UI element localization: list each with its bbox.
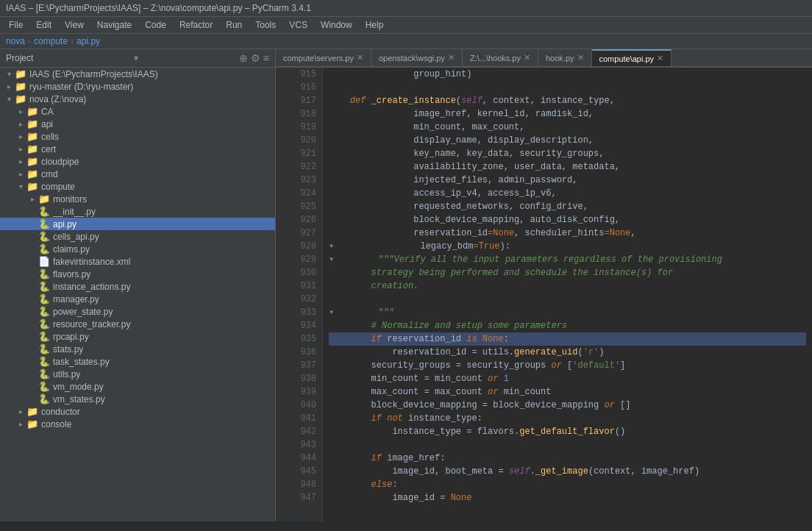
- arrow-conductor: ▸: [15, 407, 26, 416]
- sidebar-icons: ⊕ ⚙ ≡: [239, 52, 269, 64]
- tree-label-flavors: flavors.py: [53, 269, 90, 279]
- tree-item-stats[interactable]: ▸ 🐍 stats.py: [0, 343, 275, 355]
- tree-item-fakevirt[interactable]: ▸ 📄 fakevirtinstance.xml: [0, 255, 275, 268]
- gutter-area: [276, 68, 289, 521]
- tree-item-init[interactable]: ▸ 🐍 __init__.py: [0, 205, 275, 218]
- file-icon-vm-states: 🐍: [38, 393, 50, 405]
- tree-item-console[interactable]: ▸ 📁 console: [0, 418, 275, 430]
- tree-item-vm-states[interactable]: ▸ 🐍 vm_states.py: [0, 393, 275, 405]
- menu-code[interactable]: Code: [139, 18, 172, 32]
- tree-label-init: __init__.py: [53, 207, 96, 217]
- tree-item-power-state[interactable]: ▸ 🐍 power_state.py: [0, 305, 275, 318]
- tab-servers[interactable]: compute\servers.py ✕: [276, 49, 371, 66]
- menu-tools[interactable]: Tools: [249, 18, 282, 32]
- tab-hook-close[interactable]: ✕: [577, 53, 584, 63]
- menu-window[interactable]: Window: [315, 18, 358, 32]
- tree-label-resource-tracker: resource_tracker.py: [53, 319, 130, 329]
- menu-help[interactable]: Help: [360, 18, 390, 32]
- tree-item-utils[interactable]: ▸ 🐍 utils.py: [0, 368, 275, 380]
- tab-api[interactable]: compute\api.py ✕: [592, 49, 672, 66]
- file-icon-api-py: 🐍: [38, 218, 50, 229]
- breadcrumb-api[interactable]: api.py: [76, 36, 100, 46]
- tree-item-iaas[interactable]: ▾ 📁 IAAS (E:\PycharmProjects\IAAS): [0, 68, 275, 80]
- tree-item-resource-tracker[interactable]: ▸ 🐍 resource_tracker.py: [0, 318, 275, 330]
- tree-label-task-states: task_states.py: [53, 357, 110, 367]
- menu-refactor[interactable]: Refactor: [174, 18, 218, 32]
- fold-929[interactable]: ▾: [329, 253, 334, 266]
- tree-label-stats: stats.py: [53, 344, 83, 354]
- tree-item-cmd[interactable]: ▸ 📁 cmd: [0, 168, 275, 180]
- menu-view[interactable]: View: [59, 18, 90, 32]
- tab-hooks-label: Z:\...\hooks.py: [470, 54, 521, 63]
- folder-icon-compute: 📁: [26, 181, 38, 192]
- code-line-931: creation.: [329, 279, 806, 293]
- breadcrumb-compute[interactable]: compute: [34, 36, 68, 46]
- tree-item-flavors[interactable]: ▸ 🐍 flavors.py: [0, 268, 275, 280]
- folder-icon-cells: 📁: [26, 131, 38, 142]
- tree-item-task-states[interactable]: ▸ 🐍 task_states.py: [0, 355, 275, 368]
- breadcrumb-nova[interactable]: nova: [6, 36, 25, 46]
- menu-navigate[interactable]: Navigate: [91, 18, 138, 32]
- tree-item-vm-mode[interactable]: ▸ 🐍 vm_mode.py: [0, 380, 275, 393]
- tab-hook[interactable]: hook.py ✕: [538, 49, 592, 66]
- sync-icon[interactable]: ⊕: [239, 52, 248, 64]
- tree-label-fakevirt: fakevirtinstance.xml: [53, 257, 130, 267]
- breadcrumb-sep1: ›: [28, 36, 31, 46]
- file-icon-power-state: 🐍: [38, 306, 50, 317]
- tree-item-rpcapi[interactable]: ▸ 🐍 rpcapi.py: [0, 330, 275, 343]
- arrow-compute: ▾: [15, 182, 26, 190]
- tree-label-api-py: api.py: [53, 219, 76, 229]
- tree-label-rpcapi: rpcapi.py: [53, 332, 89, 342]
- tab-hooks[interactable]: Z:\...\hooks.py ✕: [463, 49, 538, 66]
- arrow-CA: ▸: [15, 107, 26, 115]
- menu-edit[interactable]: Edit: [30, 18, 57, 32]
- folder-icon-cert: 📁: [26, 143, 38, 154]
- tree-item-instance-actions[interactable]: ▸ 🐍 instance_actions.py: [0, 280, 275, 293]
- code-line-945: image_id, boot_meta = self._get_image(co…: [329, 465, 806, 478]
- arrow-ryu: ▸: [3, 82, 15, 90]
- menu-file[interactable]: File: [3, 18, 29, 32]
- tree-item-monitors[interactable]: ▸ 📁 monitors: [0, 193, 275, 205]
- tree-item-manager[interactable]: ▸ 🐍 manager.py: [0, 293, 275, 305]
- code-line-915: group_hint): [329, 68, 806, 81]
- file-icon-init: 🐍: [38, 206, 50, 217]
- tree-label-cloudpipe: cloudpipe: [41, 157, 79, 167]
- folder-icon-monitors: 📁: [38, 193, 50, 204]
- sidebar-dropdown[interactable]: ▾: [134, 53, 138, 63]
- tab-servers-close[interactable]: ✕: [357, 53, 363, 63]
- tree-item-api-folder[interactable]: ▸ 📁 api: [0, 118, 275, 130]
- tree-item-cells[interactable]: ▸ 📁 cells: [0, 130, 275, 143]
- tab-api-close[interactable]: ✕: [657, 54, 663, 63]
- fold-933[interactable]: ▾: [329, 306, 334, 319]
- tree-item-api-py[interactable]: ▸ 🐍 api.py: [0, 218, 275, 230]
- tree-label-manager: manager.py: [53, 294, 99, 304]
- code-area[interactable]: group_hint) def _create_instance(self, c…: [323, 68, 812, 521]
- tree-item-nova[interactable]: ▾ 📁 nova (Z:\nova): [0, 93, 275, 105]
- tree-item-conductor[interactable]: ▸ 📁 conductor: [0, 405, 275, 418]
- collapse-icon[interactable]: ≡: [263, 52, 269, 64]
- tab-hooks-close[interactable]: ✕: [524, 53, 530, 63]
- tree-item-CA[interactable]: ▸ 📁 CA: [0, 105, 275, 118]
- tree-label-iaas: IAAS (E:\PycharmProjects\IAAS): [29, 69, 158, 79]
- tree-item-ryu[interactable]: ▸ 📁 ryu-master (D:\ryu-master): [0, 80, 275, 93]
- tab-wsgi-close[interactable]: ✕: [448, 53, 455, 63]
- tree-item-cloudpipe[interactable]: ▸ 📁 cloudpipe: [0, 155, 275, 168]
- tree-item-claims[interactable]: ▸ 🐍 claims.py: [0, 243, 275, 255]
- menu-run[interactable]: Run: [220, 18, 248, 32]
- arrow-nova: ▾: [3, 95, 15, 103]
- tab-wsgi[interactable]: openstack\wsgi.py ✕: [371, 49, 463, 66]
- file-icon-utils: 🐍: [38, 368, 50, 379]
- filter-icon[interactable]: ⚙: [251, 52, 260, 64]
- code-line-929: ▾ """Verify all the input parameters reg…: [329, 253, 806, 266]
- tree-item-cert[interactable]: ▸ 📁 cert: [0, 143, 275, 155]
- file-icon-vm-mode: 🐍: [38, 381, 50, 392]
- code-line-922: availability_zone, user_data, metadata,: [329, 160, 806, 174]
- tree-item-cells-api[interactable]: ▸ 🐍 cells_api.py: [0, 230, 275, 243]
- tree-item-compute[interactable]: ▾ 📁 compute: [0, 180, 275, 193]
- code-line-943: [329, 438, 806, 452]
- code-line-933: ▾ """: [329, 306, 806, 319]
- tree-label-ryu: ryu-master (D:\ryu-master): [29, 82, 133, 92]
- menu-vcs[interactable]: VCS: [283, 18, 313, 32]
- fold-928[interactable]: ▾: [329, 240, 334, 253]
- tree-label-cells: cells: [41, 132, 59, 142]
